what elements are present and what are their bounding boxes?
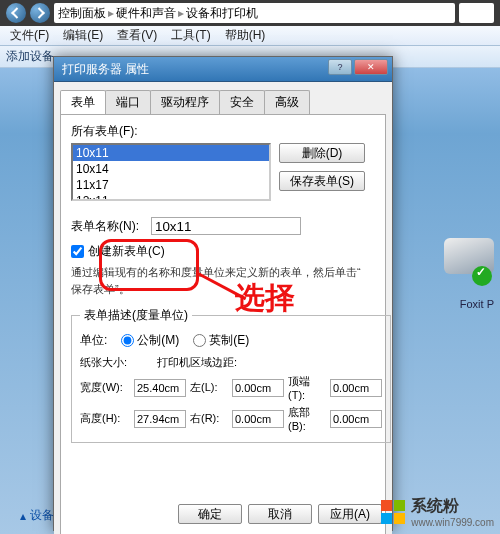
ok-button[interactable]: 确定 [178, 504, 242, 524]
bottom-label: 底部(B): [288, 405, 326, 432]
tab-security[interactable]: 安全 [219, 90, 265, 114]
menu-help[interactable]: 帮助(H) [219, 27, 272, 44]
watermark-url: www.win7999.com [411, 517, 494, 528]
create-note: 通过编辑现有的名称和度量单位来定义新的表单，然后单击“ 保存表单”。 [71, 264, 375, 297]
breadcrumb-item[interactable]: 控制面板 [58, 5, 106, 22]
menu-view[interactable]: 查看(V) [111, 27, 163, 44]
explorer-nav-bar: 控制面板▸ 硬件和声音▸ 设备和打印机 [0, 0, 500, 26]
close-button[interactable]: ✕ [354, 59, 388, 75]
english-radio[interactable]: 英制(E) [193, 332, 249, 349]
tab-forms[interactable]: 表单 [60, 90, 106, 114]
windows-logo-icon [381, 500, 405, 524]
search-box[interactable] [459, 3, 494, 23]
menu-edit[interactable]: 编辑(E) [57, 27, 109, 44]
nav-forward-button[interactable] [30, 3, 50, 23]
printer-item-label: Foxit P [460, 298, 494, 310]
paper-size-heading: 纸张大小: [80, 355, 127, 370]
width-input[interactable] [134, 379, 186, 397]
margins-heading: 打印机区域边距: [157, 355, 237, 370]
print-server-properties-dialog: 打印服务器 属性 ? ✕ 表单 端口 驱动程序 安全 高级 所有表单(F): 1… [53, 56, 393, 531]
watermark: 系统粉 www.win7999.com [381, 496, 494, 528]
menu-file[interactable]: 文件(F) [4, 27, 55, 44]
tab-advanced[interactable]: 高级 [264, 90, 310, 114]
add-device-button[interactable]: 添加设备 [6, 48, 54, 65]
delete-form-button[interactable]: 删除(D) [279, 143, 365, 163]
list-item[interactable]: 12x11 [73, 193, 269, 201]
tab-drivers[interactable]: 驱动程序 [150, 90, 220, 114]
form-name-input[interactable] [151, 217, 301, 235]
menu-tools[interactable]: 工具(T) [165, 27, 216, 44]
form-description-group: 表单描述(度量单位) 单位: 公制(M) 英制(E) 纸张大小: 打印机区域边距… [71, 307, 391, 443]
list-item[interactable]: 10x14 [73, 161, 269, 177]
metric-radio[interactable]: 公制(M) [121, 332, 179, 349]
width-label: 宽度(W): [80, 380, 130, 395]
right-input[interactable] [232, 410, 284, 428]
height-label: 高度(H): [80, 411, 130, 426]
list-item[interactable]: 10x11 [73, 145, 269, 161]
nav-back-button[interactable] [6, 3, 26, 23]
units-label: 单位: [80, 332, 107, 349]
dialog-titlebar[interactable]: 打印服务器 属性 ? ✕ [54, 57, 392, 82]
cancel-button[interactable]: 取消 [248, 504, 312, 524]
all-forms-label: 所有表单(F): [71, 123, 375, 140]
breadcrumb-item[interactable]: 硬件和声音 [116, 5, 176, 22]
tab-strip: 表单 端口 驱动程序 安全 高级 [60, 90, 386, 115]
menu-bar: 文件(F) 编辑(E) 查看(V) 工具(T) 帮助(H) [0, 26, 500, 46]
top-label: 顶端(T): [288, 374, 326, 401]
breadcrumb-item[interactable]: 设备和打印机 [186, 5, 258, 22]
forms-tab-panel: 所有表单(F): 10x11 10x14 11x17 12x11 删除(D) 保… [60, 115, 386, 534]
dialog-title: 打印服务器 属性 [62, 61, 149, 78]
bottom-input[interactable] [330, 410, 382, 428]
top-input[interactable] [330, 379, 382, 397]
form-name-label: 表单名称(N): [71, 218, 139, 235]
default-check-icon [472, 266, 492, 286]
forms-listbox[interactable]: 10x11 10x14 11x17 12x11 [71, 143, 271, 201]
height-input[interactable] [134, 410, 186, 428]
address-bar[interactable]: 控制面板▸ 硬件和声音▸ 设备和打印机 [54, 3, 455, 23]
form-description-legend: 表单描述(度量单位) [80, 307, 192, 324]
create-new-form-checkbox[interactable] [71, 245, 84, 258]
create-new-form-label: 创建新表单(C) [88, 243, 165, 260]
help-button[interactable]: ? [328, 59, 352, 75]
apply-button[interactable]: 应用(A) [318, 504, 382, 524]
list-item[interactable]: 11x17 [73, 177, 269, 193]
left-input[interactable] [232, 379, 284, 397]
right-label: 右(R): [190, 411, 228, 426]
watermark-brand: 系统粉 [411, 496, 459, 517]
save-form-button[interactable]: 保存表单(S) [279, 171, 365, 191]
left-label: 左(L): [190, 380, 228, 395]
tab-ports[interactable]: 端口 [105, 90, 151, 114]
